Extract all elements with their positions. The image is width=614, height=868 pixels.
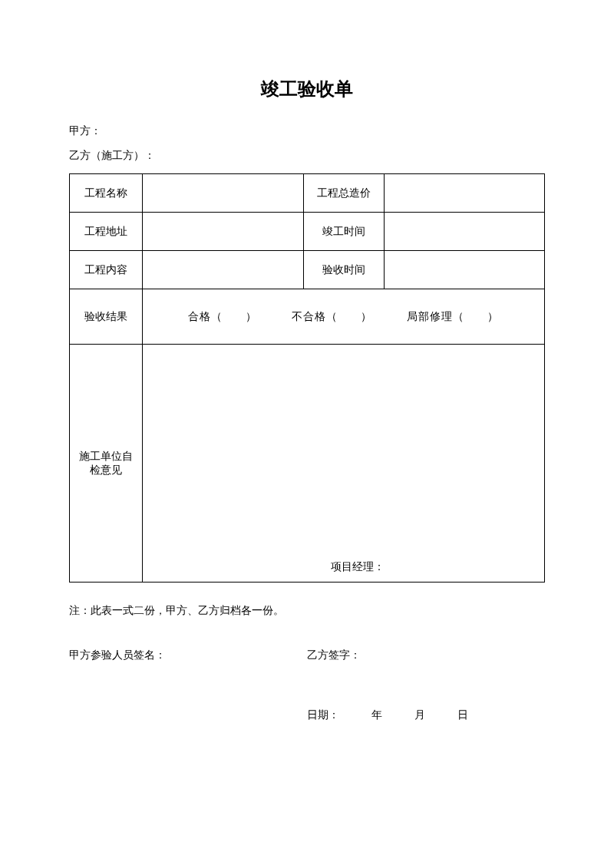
acceptance-time-value[interactable]	[384, 251, 545, 289]
table-row: 施工单位自检意见 项目经理：	[70, 345, 545, 583]
form-note: 注：此表一式二份，甲方、乙方归档各一份。	[69, 604, 545, 618]
table-row: 工程内容 验收时间	[70, 251, 545, 289]
project-address-label: 工程地址	[70, 213, 143, 251]
table-row: 工程地址 竣工时间	[70, 213, 545, 251]
party-b-label: 乙方（施工方）：	[69, 149, 545, 163]
signature-b-label: 乙方签字：	[307, 649, 545, 662]
project-content-value[interactable]	[143, 251, 304, 289]
project-manager-label: 项目经理：	[331, 560, 385, 574]
project-name-label: 工程名称	[70, 174, 143, 213]
total-price-label: 工程总造价	[303, 174, 384, 213]
acceptance-form-table: 工程名称 工程总造价 工程地址 竣工时间 工程内容 验收时间 验收结果 合格（ …	[69, 173, 545, 583]
party-a-label: 甲方：	[69, 124, 545, 138]
signature-row: 甲方参验人员签名： 乙方签字：	[69, 649, 545, 662]
table-row: 工程名称 工程总造价	[70, 174, 545, 213]
opinion-label: 施工单位自检意见	[70, 345, 143, 583]
result-options[interactable]: 合格（ ） 不合格（ ） 局部修理（ ）	[143, 289, 545, 345]
opinion-value[interactable]: 项目经理：	[143, 345, 545, 583]
date-year: 年	[371, 709, 382, 721]
completion-time-label: 竣工时间	[303, 213, 384, 251]
project-address-value[interactable]	[143, 213, 304, 251]
total-price-value[interactable]	[384, 174, 545, 213]
date-month: 月	[414, 709, 425, 721]
acceptance-time-label: 验收时间	[303, 251, 384, 289]
project-name-value[interactable]	[143, 174, 304, 213]
date-day: 日	[457, 709, 468, 721]
date-label: 日期：	[307, 709, 339, 721]
signature-a-label: 甲方参验人员签名：	[69, 649, 307, 662]
page-title: 竣工验收单	[69, 77, 545, 101]
table-row: 验收结果 合格（ ） 不合格（ ） 局部修理（ ）	[70, 289, 545, 345]
result-label: 验收结果	[70, 289, 143, 345]
date-line: 日期： 年 月 日	[69, 708, 545, 722]
completion-time-value[interactable]	[384, 213, 545, 251]
project-content-label: 工程内容	[70, 251, 143, 289]
